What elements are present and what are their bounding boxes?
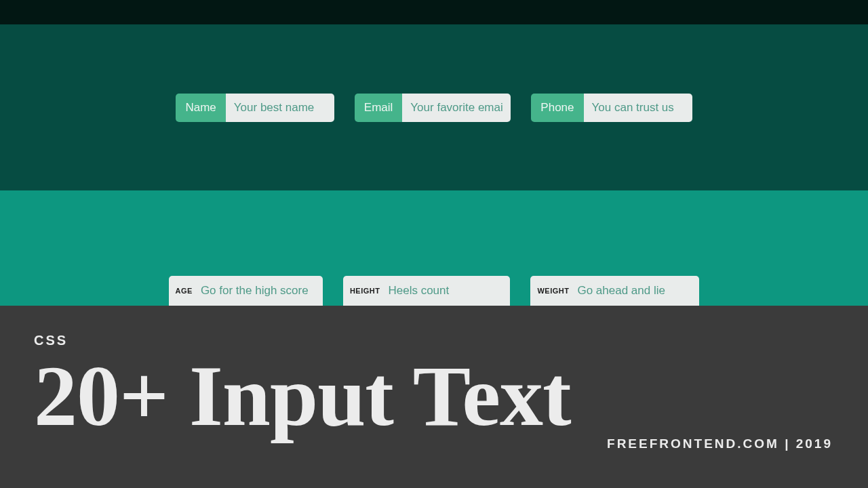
input-row-style-a: Name Email Phone bbox=[0, 24, 868, 190]
name-input[interactable] bbox=[226, 94, 334, 122]
age-input[interactable] bbox=[201, 284, 316, 298]
name-field-group: Name bbox=[176, 94, 334, 122]
height-label: HEIGHT bbox=[350, 287, 380, 295]
weight-label: WEIGHT bbox=[537, 287, 569, 295]
name-label: Name bbox=[176, 94, 225, 122]
footer-section: CSS 20+ Input Text FREEFRONTEND.COM | 20… bbox=[0, 306, 868, 488]
age-label: AGE bbox=[176, 287, 193, 295]
email-field-group: Email bbox=[355, 94, 511, 122]
page-title: 20+ Input Text bbox=[34, 352, 834, 439]
phone-label: Phone bbox=[531, 94, 583, 122]
age-field-group: AGE bbox=[169, 276, 323, 306]
height-field-group: HEIGHT bbox=[343, 276, 511, 306]
kicker-text: CSS bbox=[34, 333, 834, 348]
weight-field-group: WEIGHT bbox=[530, 276, 699, 306]
email-label: Email bbox=[355, 94, 403, 122]
height-input[interactable] bbox=[388, 284, 503, 298]
brand-credit: FREEFRONTEND.COM | 2019 bbox=[607, 436, 833, 451]
phone-field-group: Phone bbox=[531, 94, 692, 122]
phone-input[interactable] bbox=[584, 94, 692, 122]
email-input[interactable] bbox=[402, 94, 511, 122]
weight-input[interactable] bbox=[577, 284, 692, 298]
input-row-style-b: AGE HEIGHT WEIGHT bbox=[0, 190, 868, 306]
top-bar bbox=[0, 0, 868, 24]
